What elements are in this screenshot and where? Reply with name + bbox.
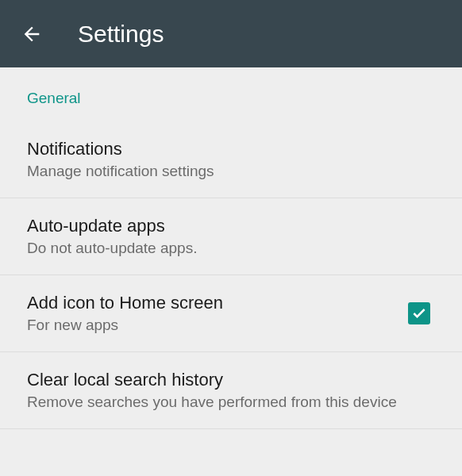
- setting-title: Auto-update apps: [27, 216, 435, 236]
- checkbox-add-icon[interactable]: [408, 302, 430, 324]
- app-header: Settings: [0, 0, 462, 67]
- setting-subtitle: Manage notification settings: [27, 163, 435, 180]
- setting-text: Add icon to Home screen For new apps: [27, 293, 408, 334]
- section-header-general: General: [0, 67, 462, 121]
- setting-add-icon-home[interactable]: Add icon to Home screen For new apps: [0, 275, 462, 352]
- setting-subtitle: Remove searches you have performed from …: [27, 393, 435, 411]
- page-title: Settings: [78, 21, 164, 48]
- setting-subtitle: For new apps: [27, 317, 408, 334]
- setting-clear-history[interactable]: Clear local search history Remove search…: [0, 352, 462, 429]
- setting-text: Clear local search history Remove search…: [27, 370, 435, 411]
- setting-auto-update[interactable]: Auto-update apps Do not auto-update apps…: [0, 198, 462, 275]
- setting-title: Clear local search history: [27, 370, 435, 390]
- back-button[interactable]: [16, 18, 48, 50]
- back-arrow-icon: [21, 23, 43, 45]
- setting-subtitle: Do not auto-update apps.: [27, 240, 435, 257]
- setting-text: Notifications Manage notification settin…: [27, 139, 435, 180]
- setting-title: Add icon to Home screen: [27, 293, 408, 313]
- setting-text: Auto-update apps Do not auto-update apps…: [27, 216, 435, 257]
- setting-notifications[interactable]: Notifications Manage notification settin…: [0, 121, 462, 198]
- setting-title: Notifications: [27, 139, 435, 159]
- checkmark-icon: [411, 305, 427, 321]
